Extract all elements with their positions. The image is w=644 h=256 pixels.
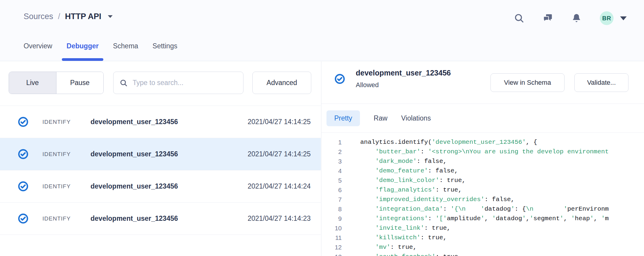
tab-raw[interactable]: Raw xyxy=(374,110,387,126)
tab-debugger[interactable]: Debugger xyxy=(67,42,99,61)
search-input[interactable] xyxy=(133,79,237,87)
code-line: 12 'mv': true, xyxy=(321,243,644,252)
tab-pretty[interactable]: Pretty xyxy=(326,110,360,126)
code-segment: : xyxy=(443,206,450,212)
code-segment: 'demo_link_color' xyxy=(375,177,439,184)
profile-menu[interactable]: BR xyxy=(600,11,627,25)
left-panel: Live Pause Advanced IDENTIFY development… xyxy=(0,61,321,256)
code-line: 1 analytics.identify('development_user_1… xyxy=(321,138,644,147)
line-number: 6 xyxy=(321,185,342,195)
code-segment: : false, xyxy=(484,196,515,203)
code-segment: , xyxy=(526,215,530,222)
code-segment: ' xyxy=(522,215,526,222)
code-segment: ' xyxy=(601,215,605,222)
code-content: 'killswitch': true, xyxy=(360,233,447,243)
code-line: 9 'integrations': '['amplitude', 'datado… xyxy=(321,214,644,223)
code-segment: : false, xyxy=(417,158,447,165)
code-segment: 'oauth_facebook' xyxy=(375,253,436,256)
line-number: 3 xyxy=(321,157,342,166)
chat-icon[interactable] xyxy=(542,13,553,24)
advanced-button[interactable]: Advanced xyxy=(252,72,311,94)
avatar-initials: BR xyxy=(602,15,611,22)
event-name: development_user_123456 xyxy=(91,118,178,126)
code-content: 'integrations': '['amplitude', 'datadog'… xyxy=(360,214,609,223)
code-segment: : false, xyxy=(428,167,458,174)
status-check-icon xyxy=(18,213,29,224)
code-content: 'integration_data': '{\n 'datadog': {\n … xyxy=(360,204,609,214)
code-segment: : true, xyxy=(424,225,450,232)
tab-settings[interactable]: Settings xyxy=(153,42,177,61)
code-segment: , xyxy=(484,215,492,222)
tab-schema[interactable]: Schema xyxy=(113,42,138,61)
code-segment: ' xyxy=(481,206,484,212)
event-type-label: IDENTIFY xyxy=(42,215,71,222)
code-segment: 'demo_feature' xyxy=(375,167,428,174)
code-line: 3 'dark_mode': false, xyxy=(321,157,644,166)
line-number: 7 xyxy=(321,195,342,204)
top-header: Sources / HTTP API BR xyxy=(0,0,644,61)
detail-tabs: PrettyRawViolations xyxy=(321,104,644,133)
line-number: 10 xyxy=(321,223,342,233)
detail-status: Allowed xyxy=(356,81,379,89)
line-number: 8 xyxy=(321,204,342,214)
code-segment: '[' xyxy=(436,215,447,222)
code-segment: perEnvironm xyxy=(567,206,609,212)
code-line: 7 'improved_identity_overrides': false, xyxy=(321,195,644,204)
code-segment: amplitude xyxy=(447,215,481,222)
event-search xyxy=(113,72,243,94)
event-row[interactable]: IDENTIFY development_user_123456 2021/04… xyxy=(0,170,321,203)
line-number: 4 xyxy=(321,166,342,176)
line-number: 9 xyxy=(321,214,342,223)
avatar[interactable]: BR xyxy=(600,11,614,25)
code-segment: : true, xyxy=(436,186,462,193)
pause-button[interactable]: Pause xyxy=(56,72,104,94)
event-timestamp: 2021/04/27 14:14:24 xyxy=(248,182,311,190)
event-row[interactable]: IDENTIFY development_user_123456 2021/04… xyxy=(0,138,321,170)
view-in-schema-button[interactable]: View in Schema xyxy=(490,73,565,92)
search-icon[interactable] xyxy=(514,13,525,24)
event-timestamp: 2021/04/27 14:14:25 xyxy=(248,118,311,126)
code-line: 13 'oauth_facebook': true xyxy=(321,252,644,256)
live-button[interactable]: Live xyxy=(9,72,56,94)
code-segment: '<strong>\nYou are using the develop env… xyxy=(428,148,609,155)
code-segment: '{\n xyxy=(450,206,465,212)
code-segment: segment xyxy=(533,215,560,222)
code-segment: , xyxy=(594,215,601,222)
code-content: 'improved_identity_overrides': false, xyxy=(360,195,515,204)
breadcrumb-parent[interactable]: Sources xyxy=(24,12,53,21)
code-segment: 'mv' xyxy=(375,244,390,251)
event-row[interactable]: IDENTIFY development_user_123456 2021/04… xyxy=(0,106,321,138)
code-line: 11 'killswitch': true, xyxy=(321,233,644,243)
code-segment xyxy=(360,206,375,212)
event-row[interactable]: IDENTIFY development_user_123456 2021/04… xyxy=(0,203,321,235)
code-segment xyxy=(360,148,375,155)
tab-violations[interactable]: Violations xyxy=(401,110,431,126)
source-dropdown-caret-icon[interactable] xyxy=(108,15,113,18)
code-segment xyxy=(360,177,375,184)
detail-header: development_user_123456 Allowed View in … xyxy=(321,61,644,104)
event-type-label: IDENTIFY xyxy=(42,183,71,190)
code-line: 6 'flag_analytics': true, xyxy=(321,185,644,195)
profile-caret-icon[interactable] xyxy=(620,16,627,20)
tab-overview[interactable]: Overview xyxy=(24,42,52,61)
code-viewer[interactable]: 1 analytics.identify('development_user_1… xyxy=(321,133,644,256)
stream-controls: Live Pause Advanced xyxy=(9,72,311,94)
code-segment: ' xyxy=(590,215,594,222)
event-type-label: IDENTIFY xyxy=(42,151,71,158)
nav-tabs: OverviewDebuggerSchemaSettings xyxy=(24,42,177,61)
code-segment: 'integration_data' xyxy=(375,206,443,212)
validate-button[interactable]: Validate... xyxy=(574,73,628,92)
code-segment: ' xyxy=(564,206,568,212)
code-segment: 'flag_analytics' xyxy=(375,186,436,193)
event-name: development_user_123456 xyxy=(91,215,178,223)
bell-icon[interactable] xyxy=(571,13,582,24)
active-tab-underline xyxy=(62,58,103,61)
line-number: 5 xyxy=(321,176,342,185)
code-content: 'oauth_facebook': true xyxy=(360,252,458,256)
live-pause-toggle: Live Pause xyxy=(9,72,104,94)
code-segment: heap xyxy=(575,215,590,222)
line-number: 13 xyxy=(321,252,342,256)
code-segment: ' xyxy=(511,206,515,212)
code-segment: : true, xyxy=(390,244,417,251)
code-segment: 'dark_mode' xyxy=(375,158,417,165)
